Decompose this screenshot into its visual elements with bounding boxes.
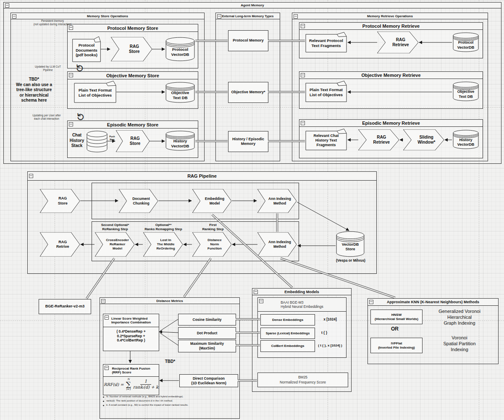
protocol-vectordb-cylinder[interactable]: Protocol VectorDB xyxy=(165,37,195,61)
objective-textdb-cylinder[interactable]: Objective Text DB xyxy=(453,81,479,101)
annotation-updated-by-llm: Updated by LLM CoT Pipeline xyxy=(24,65,71,72)
collapse-icon[interactable] xyxy=(12,14,16,18)
rrf-note: rankᵢ(d): The rank position of document … xyxy=(102,399,236,402)
bge-m3-title: BAAI BGE-M3 Hybrid Neural Embeddings xyxy=(258,298,346,312)
collapse-icon[interactable] xyxy=(254,290,258,294)
cosine-similarity-box[interactable]: Cosine Similarity xyxy=(178,314,236,326)
hnsw-box[interactable]: HNSW (Hierarchical Small Worlds) xyxy=(370,310,423,324)
protocol-memory-box[interactable]: Protocol Memory xyxy=(228,30,268,51)
collapse-icon[interactable] xyxy=(301,73,305,77)
rag-pipeline-title: RAG Pipeline xyxy=(28,172,376,181)
objective-memory-store-title: Objective Memory Store xyxy=(68,72,198,79)
objective-textdb-cylinder[interactable]: Objective Text DB xyxy=(165,82,195,103)
or-label: OR xyxy=(384,326,405,332)
sigma-symbol: ∑ xyxy=(126,381,131,388)
rrf-numerator: 1 xyxy=(140,379,151,385)
distance-metrics-title: Distance Metrics xyxy=(100,298,239,304)
collapse-icon[interactable] xyxy=(69,26,73,30)
diagram-canvas[interactable]: Agent Memory Memory Store Operations Per… xyxy=(0,0,504,420)
collapse-icon[interactable] xyxy=(369,300,373,304)
rag-retrieve-chevron[interactable]: RAG Retrieve xyxy=(358,129,399,150)
bge-reranker-box[interactable]: BGE-ReRanker-v2-m3 xyxy=(39,299,91,314)
linear-score-body: ( 0.4*DenseRep + 0.2*SparseRep + 0.4*Col… xyxy=(103,329,159,343)
tbd-label: TBD* xyxy=(160,359,180,365)
rrf-notes: N: Number of retrieval methods (e.g., BM… xyxy=(102,395,236,408)
objective-memory-retrieve-title: Objective Memory Retrieve xyxy=(299,72,483,79)
refresh-icon: ⟳ xyxy=(72,112,87,122)
dense-embeddings-box[interactable]: Dense Embeddings xyxy=(260,314,315,326)
first-ranking-step-label: First Ranking Step xyxy=(194,223,232,231)
history-vectordb-cylinder[interactable]: History VectorDB xyxy=(453,130,479,149)
collapse-icon[interactable] xyxy=(294,14,298,18)
vectordb-store-cylinder[interactable]: VectorDB Store xyxy=(336,231,365,257)
objectives-list-note[interactable]: Plain Text Format List of Objectives xyxy=(305,81,347,102)
collapse-icon[interactable] xyxy=(29,174,33,178)
memory-retrieve-operations-title: Memory Retrieve Operations xyxy=(292,13,488,19)
distance-norm-function-chevron[interactable]: Distance Norm Function xyxy=(192,232,231,257)
collapse-icon[interactable] xyxy=(105,315,109,320)
sparse-type-label: t { } xyxy=(316,331,333,335)
tbd-annotation: TBD* We can also use a tree-like structu… xyxy=(3,77,65,103)
vectordb-store-sublabel: (Vespa or Milvus) xyxy=(328,258,374,263)
ivfflat-box[interactable]: IVFFlat (Inverted File Indexing) xyxy=(370,338,423,353)
memory-store-operations-title: Memory Store Operations xyxy=(11,13,204,19)
rrf-formula: RRF(d) = N∑i=1 1rankᵢ(d) + k xyxy=(103,378,159,391)
sparse-embeddings-box[interactable]: Sparse (Lexical) Embeddings xyxy=(260,328,315,339)
rrf-sum-bottom: i=1 xyxy=(126,388,131,391)
document-chunking-chevron[interactable]: Document Chunking xyxy=(119,189,158,213)
dot-product-box[interactable]: Dot Product xyxy=(178,327,236,339)
crossencoder-reranker-chevron[interactable]: CrossEncoder ReRanker Model xyxy=(95,232,134,257)
refresh-icon: ⟳ xyxy=(71,63,87,73)
rag-store-chevron[interactable]: RAG Store xyxy=(40,189,80,213)
ann-indexing-method-chevron[interactable]: Ann Indexing Method xyxy=(257,232,297,257)
rrf-score-title: Reciprocal Rank Fusion (RRF) Score xyxy=(103,365,159,377)
collapse-icon[interactable] xyxy=(69,73,73,77)
agent-memory-title: Agent Memory xyxy=(4,3,501,8)
collapse-icon[interactable] xyxy=(101,299,105,303)
lost-in-the-middle-chevron[interactable]: Lost In The Middle ReOrdering xyxy=(143,232,183,257)
ivfflat-description: Voronoi Spatial Partition Indexing xyxy=(423,335,496,352)
collapse-icon[interactable] xyxy=(301,24,305,28)
embedding-models-title: Embedding Models xyxy=(252,289,351,295)
collapse-icon[interactable] xyxy=(105,366,109,370)
colbert-embeddings-box[interactable]: ColBert Embeddings xyxy=(260,340,315,352)
objectives-list-note[interactable]: Plain Text Format List of Objectives xyxy=(74,81,116,103)
protocol-vectordb-cylinder[interactable]: Protocol VectorDB xyxy=(453,32,479,52)
rag-store-chevron[interactable]: RAG Store xyxy=(111,37,152,61)
linear-score-box[interactable]: Linear Score Weighted Importance Combina… xyxy=(103,314,159,351)
dense-type-label: x [1024] xyxy=(316,317,344,322)
rag-retrive-chevron[interactable]: RAG Retrive xyxy=(40,232,80,257)
rrf-score-box[interactable]: Reciprocal Rank Fusion (RRF) Score RRF(d… xyxy=(103,364,159,395)
linear-score-title: Linear Score Weighted Importance Combina… xyxy=(103,314,159,327)
bm25-box[interactable]: BM25 Normalized Frequency Score xyxy=(257,373,348,387)
objective-memory-box[interactable]: Objective Memory* xyxy=(228,82,268,103)
direct-comparison-box[interactable]: Direct Comparison (1D Euclidean Norm) xyxy=(179,374,238,387)
chat-history-stack-icon[interactable] xyxy=(87,131,108,152)
rag-store-chevron[interactable]: RAG Store xyxy=(116,130,150,152)
rrf-note: k: A small constant (e.g., 60) to contro… xyxy=(102,404,236,406)
history-vectordb-cylinder[interactable]: History VectorDB xyxy=(165,131,195,151)
rrf-formula-lhs: RRF(d) = xyxy=(104,382,124,387)
collapse-icon[interactable] xyxy=(301,121,305,125)
collapse-icon[interactable] xyxy=(259,299,263,303)
collapse-icon[interactable] xyxy=(217,14,221,18)
colbert-type-label: ( t { }, x [1024] ) xyxy=(314,344,346,348)
ranks-remapping-step-label: Optional** Ranks Remapping Step xyxy=(139,223,188,231)
ann-indexing-method-chevron[interactable]: Ann Indexing Method xyxy=(257,189,297,213)
hnsw-description: Generalized Voronoi Hierarchical Graph I… xyxy=(423,309,496,326)
collapse-icon[interactable] xyxy=(69,122,73,126)
episodic-memory-retrieve-title: Episodic Memory Retrieve xyxy=(299,120,483,127)
rag-retrieve-chevron[interactable]: RAG Retrieve xyxy=(377,32,418,53)
relevant-protocol-note[interactable]: Relevant Protocol Text Fragments xyxy=(305,32,347,52)
history-episodic-memory-box[interactable]: History / Episodic Memory xyxy=(228,131,268,152)
chat-history-stack-label: Chat History Stack xyxy=(68,133,86,149)
collapse-icon[interactable] xyxy=(5,3,9,8)
relevant-chat-history-note[interactable]: Relevant Chat History Text Fragments xyxy=(305,129,347,150)
annotation-persistent-memory: Persistent memory (not updated during in… xyxy=(17,19,88,26)
sliding-window-chevron[interactable]: Sliding Window* xyxy=(403,129,444,150)
second-reranking-step-label: Second Optional* ReRanking Step xyxy=(94,223,136,231)
protocol-documents-note[interactable]: Protocol Documents (pdf books) xyxy=(72,36,101,62)
embedding-model-chevron[interactable]: Embedding Model xyxy=(192,189,231,213)
maximum-similarity-box[interactable]: Maximum Similarity (MaxSim) xyxy=(178,340,236,352)
rrf-note: N: Number of retrieval methods (e.g., BM… xyxy=(102,395,236,398)
